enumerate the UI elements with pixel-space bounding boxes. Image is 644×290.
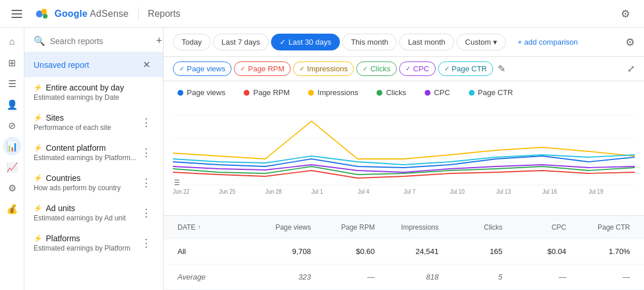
report-icon: ⚡ bbox=[34, 114, 42, 122]
legend-item-pagerpm: Page RPM bbox=[244, 88, 290, 97]
more-button[interactable]: ⋮ bbox=[139, 235, 154, 251]
check-icon: ✓ bbox=[363, 65, 368, 72]
table-header: DATE ↑ Page views Page RPM Impressions C… bbox=[164, 216, 644, 239]
legend-label: Page RPM bbox=[253, 88, 290, 97]
report-desc: Estimated earnings by Ad unit bbox=[34, 214, 126, 222]
header-impressions[interactable]: Impressions bbox=[375, 223, 439, 231]
report-item-content-platform[interactable]: ⚡ Content platform Estimated earnings by… bbox=[24, 137, 163, 168]
metric-chip-clicks[interactable]: ✓ Clicks bbox=[356, 61, 397, 76]
report-desc: Estimated earnings by Platform... bbox=[34, 154, 136, 162]
svg-text:Jul 1: Jul 1 bbox=[312, 188, 323, 195]
metric-label: Impressions bbox=[307, 64, 348, 73]
legend-label: CPC bbox=[434, 88, 450, 97]
last30-button[interactable]: ✓ Last 30 days bbox=[271, 34, 340, 50]
svg-point-2 bbox=[43, 14, 48, 19]
report-item-left: ⚡ Sites Performance of each site bbox=[34, 113, 111, 132]
check-icon: ✓ bbox=[444, 65, 450, 72]
reports-search: 🔍 + bbox=[24, 28, 163, 52]
header-pagectr[interactable]: Page CTR bbox=[566, 223, 630, 231]
row-all-pagectr: 1.70% bbox=[566, 247, 630, 256]
sidebar-icon-settings[interactable]: ⚙ bbox=[3, 179, 21, 197]
row-all-impressions: 24,541 bbox=[375, 247, 439, 256]
report-item-left: ⚡ Ad units Estimated earnings by Ad unit bbox=[34, 204, 126, 222]
report-item-left: ⚡ Platforms Estimated earnings by Platfo… bbox=[34, 234, 131, 252]
sidebar-icon-home[interactable]: ⌂ bbox=[3, 32, 21, 51]
report-item-sites[interactable]: ⚡ Sites Performance of each site ⋮ bbox=[24, 107, 163, 137]
table-row-average: Average 323 — 818 5 — — bbox=[164, 264, 644, 290]
more-button[interactable]: ⋮ bbox=[139, 175, 154, 190]
metric-chip-cpc[interactable]: ✓ CPC bbox=[399, 61, 435, 76]
settings-icon[interactable]: ⚙ bbox=[616, 3, 635, 25]
sidebar-icon-pages[interactable]: ⊞ bbox=[3, 53, 21, 72]
legend-dot-pagerpm bbox=[244, 90, 249, 96]
report-desc: Estimated earnings by Date bbox=[34, 93, 124, 102]
report-item-entire-account[interactable]: ⚡ Entire account by day Estimated earnin… bbox=[24, 77, 163, 107]
edit-metrics-icon[interactable]: ✎ bbox=[498, 63, 505, 74]
add-report-button[interactable]: + bbox=[156, 35, 162, 47]
check-icon: ✓ bbox=[179, 65, 184, 72]
add-comparison-button[interactable]: + add comparison bbox=[513, 34, 583, 50]
check-icon: ✓ bbox=[299, 65, 305, 72]
legend-item-impressions: Impressions bbox=[308, 88, 358, 97]
row-avg-pagerpm: — bbox=[311, 273, 375, 281]
nav-divider bbox=[138, 7, 139, 21]
check-icon: ✓ bbox=[406, 65, 411, 72]
metric-chip-pagerpm[interactable]: ✓ Page RPM bbox=[234, 61, 291, 76]
thismonth-button[interactable]: This month bbox=[342, 34, 397, 50]
legend-dot-pageviews bbox=[178, 90, 183, 96]
svg-text:Jul 10: Jul 10 bbox=[450, 188, 465, 195]
unsaved-report-item[interactable]: Unsaved report ✕ bbox=[24, 52, 163, 77]
today-button[interactable]: Today bbox=[173, 34, 211, 50]
hamburger-menu[interactable] bbox=[9, 8, 24, 20]
close-unsaved-button[interactable]: ✕ bbox=[139, 58, 154, 71]
metric-chip-impressions[interactable]: ✓ Impressions bbox=[293, 61, 354, 76]
header-cpc[interactable]: CPC bbox=[502, 223, 566, 231]
header-date[interactable]: DATE ↑ bbox=[178, 223, 247, 231]
more-button[interactable]: ⋮ bbox=[139, 205, 154, 220]
sidebar-icon-money[interactable]: 💰 bbox=[3, 200, 21, 218]
header-clicks[interactable]: Clicks bbox=[439, 223, 502, 231]
report-item-left: ⚡ Countries How ads perform by country bbox=[34, 173, 121, 192]
svg-text:Jul 4: Jul 4 bbox=[357, 188, 370, 195]
date-filter-bar: Today Last 7 days ✓ Last 30 days This mo… bbox=[164, 28, 644, 57]
header-pagerpm[interactable]: Page RPM bbox=[311, 223, 375, 231]
custom-button[interactable]: Custom ▾ bbox=[457, 34, 506, 50]
sidebar-icon-trends[interactable]: 📈 bbox=[3, 158, 21, 176]
metric-chip-pagectr[interactable]: ✓ Page CTR bbox=[438, 61, 494, 76]
row-all-pageviews: 9,708 bbox=[247, 247, 311, 256]
nav-title: Reports bbox=[148, 9, 180, 19]
more-button[interactable]: ⋮ bbox=[139, 115, 154, 130]
report-name: ⚡ Countries bbox=[34, 173, 121, 183]
expand-chart-icon[interactable]: ⤢ bbox=[627, 63, 635, 74]
report-name: ⚡ Platforms bbox=[34, 234, 131, 243]
reports-panel: 🔍 + Unsaved report ✕ ⚡ Entire account by… bbox=[24, 28, 164, 290]
header-pageviews[interactable]: Page views bbox=[247, 223, 311, 231]
row-all-date: All bbox=[178, 247, 247, 256]
chevron-down-icon: ▾ bbox=[493, 38, 497, 46]
lastmonth-button[interactable]: Last month bbox=[399, 34, 454, 50]
metric-label: CPC bbox=[413, 64, 429, 73]
check-icon: ✓ bbox=[240, 65, 245, 72]
logo-icon bbox=[34, 6, 50, 22]
filter-settings-icon[interactable]: ⚙ bbox=[625, 36, 635, 49]
check-icon: ✓ bbox=[280, 38, 286, 46]
report-item-platforms[interactable]: ⚡ Platforms Estimated earnings by Platfo… bbox=[24, 228, 163, 258]
metric-label: Clicks bbox=[370, 64, 390, 73]
sidebar-icon-people[interactable]: 👤 bbox=[3, 95, 21, 114]
report-item-countries[interactable]: ⚡ Countries How ads perform by country ⋮ bbox=[24, 168, 163, 198]
report-desc: How ads perform by country bbox=[34, 184, 121, 192]
search-input[interactable] bbox=[50, 37, 151, 46]
last7-button[interactable]: Last 7 days bbox=[213, 34, 269, 50]
layout: ⌂ ⊞ ☰ 👤 ⊘ 📊 📈 ⚙ 💰 🔍 + Unsaved report ✕ ⚡ bbox=[0, 28, 644, 290]
report-icon: ⚡ bbox=[34, 174, 42, 182]
metric-chip-pageviews[interactable]: ✓ Page views bbox=[173, 61, 231, 76]
svg-text:Jul 7: Jul 7 bbox=[404, 188, 415, 195]
legend-dot-clicks bbox=[377, 90, 382, 96]
report-item-ad-units[interactable]: ⚡ Ad units Estimated earnings by Ad unit… bbox=[24, 198, 163, 228]
legend-item-cpc: CPC bbox=[425, 88, 450, 97]
sidebar-icon-reports[interactable]: 📊 bbox=[3, 137, 21, 155]
sidebar-icon-block[interactable]: ⊘ bbox=[3, 116, 21, 135]
sidebar-icon-content[interactable]: ☰ bbox=[3, 74, 21, 93]
more-button[interactable]: ⋮ bbox=[139, 145, 154, 160]
chart-svg: Jun 22 Jun 25 Jun 28 Jul 1 Jul 4 Jul 7 J… bbox=[173, 104, 635, 197]
